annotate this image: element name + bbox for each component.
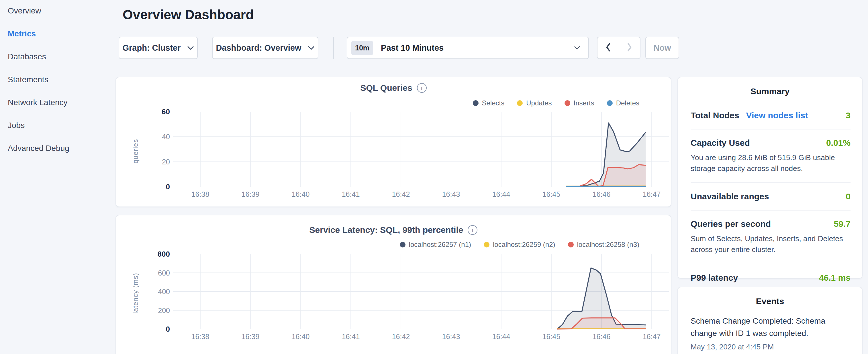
- sidebar-nav: OverviewMetricsDatabasesStatementsNetwor…: [8, 5, 115, 154]
- x-tick-label: 16:47: [643, 332, 661, 341]
- x-tick-label: 16:38: [191, 190, 210, 198]
- summary-label: P99 latency: [691, 273, 738, 283]
- sidebar-item-network-latency[interactable]: Network Latency: [8, 97, 115, 108]
- x-tick-label: 16:46: [593, 332, 611, 341]
- summary-label: Total Nodes: [691, 110, 739, 120]
- summary-rows: Total NodesView nodes list3Capacity Used…: [691, 102, 850, 291]
- chart-legend: SelectsUpdatesInsertsDeletes: [473, 99, 640, 107]
- graph-dropdown[interactable]: Graph: Cluster: [119, 37, 198, 59]
- summary-row-head: Unavailable ranges0: [691, 192, 850, 201]
- summary-value: 59.7: [834, 219, 850, 229]
- sidebar-item-overview[interactable]: Overview: [8, 5, 115, 17]
- sql-queries-chart-card: SQL Queries i SelectsUpdatesInsertsDelet…: [116, 77, 672, 207]
- legend-label: localhost:26257 (n1): [409, 240, 471, 249]
- event-item[interactable]: Schema Change Completed: Schema change w…: [691, 315, 850, 351]
- sidebar-item-databases[interactable]: Databases: [8, 51, 115, 62]
- chart-title: Service Latency: SQL, 99th percentile: [309, 225, 463, 235]
- chevron-right-icon: [627, 43, 632, 53]
- legend-item-selects: Selects: [473, 99, 505, 107]
- summary-title: Summary: [678, 77, 862, 96]
- y-tick-label: 800: [158, 250, 170, 258]
- x-tick-label: 16:45: [542, 332, 560, 341]
- dashboard-dropdown[interactable]: Dashboard: Overview: [212, 37, 318, 59]
- summary-value: 3: [846, 110, 850, 120]
- summary-row: Queries per second59.7Sum of Selects, Up…: [691, 211, 850, 264]
- x-tick-label: 16:41: [342, 332, 360, 341]
- summary-row-head: Total NodesView nodes list3: [691, 110, 850, 120]
- legend-dot: [568, 242, 574, 248]
- y-tick-label: 400: [158, 288, 170, 296]
- sidebar: OverviewMetricsDatabasesStatementsNetwor…: [0, 0, 115, 165]
- y-axis-label: latency (ms): [131, 265, 140, 322]
- chart-title-row: Service Latency: SQL, 99th percentile i: [116, 225, 671, 235]
- chevron-down-icon: [187, 46, 194, 50]
- sidebar-item-metrics[interactable]: Metrics: [8, 28, 115, 39]
- x-tick-label: 16:42: [392, 190, 410, 198]
- summary-row-head: P99 latency46.1 ms: [691, 273, 850, 283]
- events-panel: Events Schema Change Completed: Schema c…: [677, 287, 863, 354]
- chart-plot[interactable]: 16:3816:3916:4016:4116:4216:4316:4416:45…: [156, 250, 669, 344]
- events-title: Events: [678, 287, 862, 306]
- time-range-picker[interactable]: 10m Past 10 Minutes: [347, 37, 589, 59]
- legend-dot: [473, 100, 478, 106]
- toolbar-divider: [333, 37, 334, 59]
- y-tick-label: 600: [158, 269, 170, 277]
- y-tick-label: 0: [166, 325, 170, 333]
- time-step-back-button[interactable]: [597, 37, 619, 59]
- chevron-down-icon: [574, 46, 580, 50]
- sidebar-item-statements[interactable]: Statements: [8, 74, 115, 85]
- chart-title-row: SQL Queries i: [116, 83, 671, 93]
- x-tick-label: 16:42: [392, 332, 410, 341]
- summary-row: Unavailable ranges0: [691, 183, 850, 211]
- summary-value: 46.1 ms: [819, 273, 850, 283]
- now-button-label: Now: [653, 43, 671, 53]
- sidebar-item-advanced-debug[interactable]: Advanced Debug: [8, 142, 115, 154]
- x-tick-label: 16:47: [643, 190, 661, 198]
- info-icon[interactable]: i: [468, 225, 477, 235]
- x-tick-label: 16:40: [292, 332, 310, 341]
- summary-value: 0: [846, 192, 850, 201]
- summary-value: 0.01%: [826, 138, 850, 148]
- legend-dot: [564, 100, 570, 106]
- legend-item-inserts: Inserts: [564, 99, 594, 107]
- y-axis-label: queries: [131, 123, 140, 180]
- summary-row-head: Capacity Used0.01%: [691, 138, 850, 148]
- summary-label: Unavailable ranges: [691, 192, 769, 201]
- info-icon[interactable]: i: [417, 83, 427, 93]
- legend-item-deletes: Deletes: [607, 99, 639, 107]
- legend-item-localhost-26258-n3: localhost:26258 (n3): [568, 240, 639, 249]
- chevron-down-icon: [308, 46, 315, 50]
- chart-plot[interactable]: 16:3816:3916:4016:4116:4216:4316:4416:45…: [156, 107, 669, 202]
- time-range-badge: 10m: [351, 41, 373, 55]
- summary-label: Queries per second: [691, 219, 771, 229]
- y-tick-label: 60: [162, 107, 170, 116]
- legend-label: Updates: [526, 99, 552, 107]
- summary-row-head: Queries per second59.7: [691, 219, 850, 229]
- graph-dropdown-label: Graph: Cluster: [122, 43, 181, 53]
- summary-description: Sum of Selects, Updates, Inserts, and De…: [691, 233, 850, 255]
- now-button[interactable]: Now: [645, 37, 679, 59]
- page-title: Overview Dashboard: [123, 7, 254, 22]
- legend-dot: [607, 100, 613, 106]
- summary-link-view-nodes-list[interactable]: View nodes list: [746, 110, 808, 120]
- sidebar-item-jobs[interactable]: Jobs: [8, 120, 115, 131]
- legend-label: localhost:26259 (n2): [493, 240, 555, 249]
- y-tick-label: 40: [162, 133, 170, 141]
- x-tick-label: 16:46: [593, 190, 611, 198]
- legend-dot: [484, 242, 490, 248]
- event-timestamp: May 13, 2020 at 4:45 PM: [691, 343, 850, 351]
- x-tick-label: 16:39: [242, 332, 260, 341]
- x-tick-label: 16:45: [542, 190, 560, 198]
- summary-panel: Summary Total NodesView nodes list3Capac…: [677, 77, 863, 279]
- legend-dot: [400, 242, 405, 248]
- legend-dot: [517, 100, 523, 106]
- chart-legend: localhost:26257 (n1)localhost:26259 (n2)…: [400, 240, 639, 249]
- y-tick-label: 200: [158, 307, 170, 315]
- service-latency-chart-card: Service Latency: SQL, 99th percentile i …: [116, 215, 672, 354]
- toolbar: Graph: Cluster Dashboard: Overview 10m P…: [119, 37, 679, 59]
- dashboard-dropdown-label: Dashboard: Overview: [216, 43, 301, 53]
- x-tick-label: 16:39: [242, 190, 260, 198]
- legend-item-updates: Updates: [517, 99, 552, 107]
- time-step-forward-button[interactable]: [619, 37, 641, 59]
- x-tick-label: 16:43: [442, 190, 460, 198]
